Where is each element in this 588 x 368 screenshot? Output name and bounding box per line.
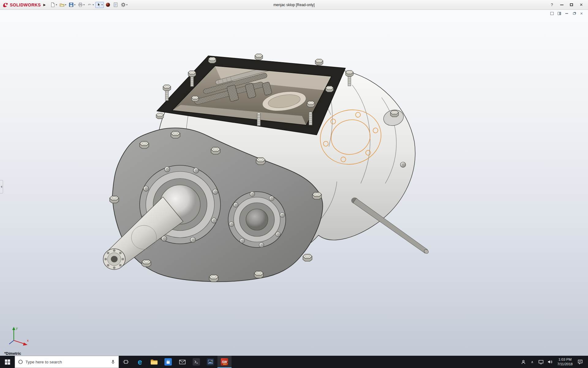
open-button[interactable]: ▾ <box>58 1 67 9</box>
gearbox-3d-model[interactable]: y x <box>0 10 588 356</box>
minimize-icon <box>560 5 564 5</box>
hidden-icons-chevron[interactable]: ∧ <box>529 358 536 366</box>
windows-logo-icon <box>5 359 10 365</box>
volume-icon[interactable] <box>547 358 553 366</box>
search-input[interactable] <box>25 360 108 364</box>
dropdown-caret-icon: ▾ <box>56 4 57 6</box>
undo-button[interactable]: ▾ <box>86 1 95 9</box>
help-button[interactable]: ? <box>548 1 556 9</box>
taskbar-app-solidworks[interactable]: SW 2017 <box>217 356 232 368</box>
secondary-bearing-cover <box>228 192 286 247</box>
brand-text: SOLIDWORKS <box>10 2 41 7</box>
select-tool-button[interactable]: ▾ <box>95 2 104 8</box>
appearance-button[interactable] <box>104 1 111 9</box>
edge-icon: e <box>138 358 142 366</box>
doc-minimize-button[interactable] <box>564 11 569 16</box>
dropdown-caret-icon: ▾ <box>83 4 85 6</box>
ds-logo-icon <box>2 2 9 8</box>
system-tray: ∧ 1:03 PM 7/11/2018 <box>520 356 588 368</box>
new-document-button[interactable]: ▾ <box>49 1 58 9</box>
taskbar-app-terminal[interactable] <box>189 356 203 368</box>
clock-time: 1:03 PM <box>557 357 573 362</box>
dropdown-caret-icon: ▾ <box>65 4 66 6</box>
dropdown-caret-icon: ▾ <box>126 4 127 6</box>
file-explorer-icon <box>150 359 158 365</box>
action-center-icon[interactable] <box>577 358 583 366</box>
graphics-area[interactable]: ✕ <box>0 10 588 356</box>
doc-close-button[interactable]: ✕ <box>579 11 584 16</box>
taskbar-app-file-explorer[interactable] <box>147 356 161 368</box>
solidworks-logo: SOLIDWORKS <box>2 2 41 8</box>
new-window-button[interactable] <box>550 11 554 16</box>
split-pane-button[interactable] <box>557 11 562 16</box>
new-window-icon <box>550 12 554 15</box>
print-icon <box>78 2 83 7</box>
quick-toolbar: ▾ ▾ ▾ <box>49 1 128 9</box>
store-icon <box>164 358 172 366</box>
select-arrow-icon <box>96 2 101 7</box>
triad-y-label: y <box>16 326 18 330</box>
view-orientation-label: *Dimetric <box>4 351 21 356</box>
network-icon[interactable] <box>538 358 545 366</box>
sheet-properties-button[interactable] <box>112 1 119 9</box>
photos-icon <box>207 358 214 366</box>
solidworks-app-icon: SW 2017 <box>221 358 228 366</box>
triad-x-label: x <box>27 339 29 342</box>
menu-expand-arrow[interactable]: ▶ <box>43 3 46 6</box>
document-window-controls: ✕ <box>550 11 584 16</box>
dropdown-caret-icon: ▾ <box>74 4 75 6</box>
taskbar-app-store[interactable] <box>161 356 175 368</box>
doc-restore-icon <box>573 13 575 15</box>
save-button[interactable]: ▾ <box>68 1 76 9</box>
close-button[interactable]: ✕ <box>577 1 586 9</box>
terminal-icon <box>193 358 200 366</box>
maximize-icon <box>570 3 573 6</box>
save-floppy-icon <box>69 2 74 7</box>
mail-icon <box>179 360 186 364</box>
microphone-icon[interactable] <box>111 359 115 364</box>
task-view-icon <box>123 359 129 364</box>
open-folder-icon <box>59 2 65 7</box>
print-button[interactable]: ▾ <box>77 1 85 9</box>
clock-date: 7/11/2018 <box>557 362 573 366</box>
dropdown-caret-icon: ▾ <box>92 4 94 6</box>
taskbar-app-mail[interactable] <box>175 356 189 368</box>
minimize-button[interactable] <box>557 1 566 9</box>
search-icon <box>18 359 23 364</box>
taskbar-app-photos[interactable] <box>203 356 217 368</box>
task-view-button[interactable] <box>119 356 133 368</box>
taskbar-app-edge[interactable]: e <box>133 356 147 368</box>
taskbar-clock[interactable]: 1:03 PM 7/11/2018 <box>556 357 575 366</box>
options-button[interactable]: ▾ <box>120 1 128 9</box>
doc-restore-button[interactable] <box>572 11 576 16</box>
new-document-icon <box>50 2 55 7</box>
split-pane-icon <box>558 12 561 15</box>
sheet-properties-icon <box>113 2 118 7</box>
taskbar: e <box>0 356 588 368</box>
maximize-button[interactable] <box>567 1 576 9</box>
start-button[interactable] <box>0 356 15 368</box>
orientation-triad: y x <box>9 326 29 346</box>
appearance-sphere-icon <box>105 2 111 7</box>
doc-minimize-icon <box>565 13 568 14</box>
gear-icon <box>121 2 126 7</box>
people-icon[interactable] <box>520 358 527 366</box>
titlebar: SOLIDWORKS ▶ ▾ ▾ <box>0 0 588 10</box>
undo-icon <box>87 2 92 7</box>
taskbar-search[interactable] <box>15 356 119 368</box>
dropdown-caret-icon: ▾ <box>101 4 103 6</box>
